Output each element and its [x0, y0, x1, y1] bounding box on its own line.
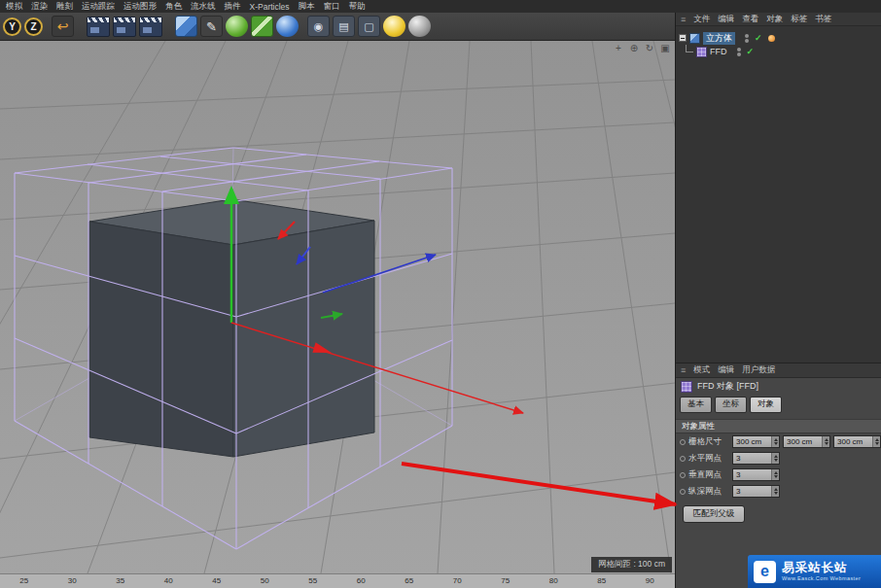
tab-object[interactable]: 对象 — [750, 397, 782, 413]
am-menu-item[interactable]: 编辑 — [718, 364, 734, 376]
param-row-horizontal-points: 水平网点 3 — [676, 450, 881, 467]
om-menu-item[interactable]: 查看 — [742, 14, 758, 25]
main-menu-bar: 模拟 渲染 雕刻 运动跟踪 运动图形 角色 流水线 插件 X-Particles… — [0, 0, 881, 13]
attribute-object-title-text: FFD 对象 [FFD] — [697, 380, 758, 393]
grid-size-z-field[interactable]: 300 cm — [833, 435, 881, 448]
phong-tag-icon[interactable] — [768, 35, 775, 42]
stepper[interactable] — [771, 486, 779, 497]
enabled-check-icon[interactable]: ✓ — [747, 47, 755, 56]
pan-view-icon[interactable]: + — [613, 43, 624, 54]
menu-item[interactable]: 雕刻 — [56, 1, 73, 13]
object-manager-menu: ≡ 文件 编辑 查看 对象 标签 书签 — [676, 13, 881, 26]
am-menu-item[interactable]: 模式 — [693, 364, 710, 376]
horizontal-points-field[interactable]: 3 — [732, 452, 780, 465]
primitive-cube-icon[interactable] — [175, 16, 197, 37]
menu-item[interactable]: 模拟 — [6, 1, 22, 13]
visibility-dots[interactable] — [745, 34, 749, 43]
menu-item[interactable]: 渲染 — [31, 1, 48, 13]
stepper[interactable] — [822, 436, 829, 447]
tab-basic[interactable]: 基本 — [680, 397, 712, 413]
timeline-tick: 45 — [193, 574, 241, 588]
depth-points-field[interactable]: 3 — [732, 485, 780, 498]
keyframe-dot-icon[interactable] — [680, 456, 686, 462]
grid-spacing-hud: 网格间距 : 100 cm — [591, 557, 672, 572]
tree-branch-line — [686, 45, 693, 52]
keyframe-dot-icon[interactable] — [680, 439, 686, 445]
menu-item[interactable]: 窗口 — [324, 1, 340, 13]
menu-item[interactable]: 流水线 — [191, 1, 216, 13]
vertical-points-field[interactable]: 3 — [732, 468, 780, 481]
undo-icon[interactable]: ↩ — [52, 16, 74, 37]
stage-icon[interactable]: ▢ — [358, 16, 380, 37]
timeline-tick: 40 — [145, 574, 194, 588]
param-label: 纵深网点 — [688, 486, 729, 498]
spline-pen-icon[interactable]: ✎ — [200, 16, 223, 37]
section-object-properties[interactable]: 对象属性 — [676, 419, 881, 433]
grid-size-y-field[interactable]: 300 cm — [783, 435, 830, 448]
match-to-parent-button[interactable]: 匹配到父级 — [683, 505, 745, 523]
simulation-icon[interactable] — [276, 16, 299, 37]
z-axis-lock-button[interactable]: Z — [24, 17, 43, 36]
render-to-picture-icon[interactable] — [113, 17, 136, 37]
tree-row-ffd[interactable]: FFD ✓ — [676, 45, 881, 58]
hamburger-icon[interactable]: ≡ — [681, 365, 686, 375]
main-toolbar: Y Z ↩ ✎ ◉ ▤ ▢ — [0, 13, 675, 41]
object-tree[interactable]: 立方体 ✓ FFD ✓ — [676, 26, 881, 363]
keyframe-dot-icon[interactable] — [680, 472, 686, 478]
visibility-dots[interactable] — [737, 48, 741, 56]
watermark: e 易采站长站 Www.Easck.Com Webmaster — [748, 555, 881, 588]
om-menu-item[interactable]: 书签 — [815, 14, 831, 25]
material-icon[interactable] — [408, 16, 431, 37]
am-menu-item[interactable]: 用户数据 — [742, 364, 775, 376]
param-row-depth-points: 纵深网点 3 — [676, 483, 881, 500]
menu-item[interactable]: 帮助 — [349, 1, 366, 13]
hamburger-icon[interactable]: ≡ — [681, 15, 686, 24]
om-menu-item[interactable]: 编辑 — [718, 14, 734, 25]
attribute-manager-menu: ≡ 模式 编辑 用户数据 — [676, 363, 881, 378]
timeline-tick: 75 — [481, 574, 530, 588]
grid-size-x-field[interactable]: 300 cm — [732, 435, 780, 448]
stepper[interactable] — [771, 453, 779, 464]
film-icon[interactable]: ▤ — [333, 16, 355, 37]
menu-item[interactable]: 运动图形 — [123, 1, 157, 13]
timeline-ruler[interactable]: 25 30 35 40 45 50 55 60 65 70 75 80 85 9… — [0, 573, 675, 588]
expand-toggle-icon[interactable] — [679, 34, 687, 42]
menu-item[interactable]: 角色 — [165, 1, 182, 13]
rotate-view-icon[interactable]: ↻ — [644, 43, 655, 54]
timeline-tick: 80 — [530, 574, 579, 588]
right-panel: ≡ 文件 编辑 查看 对象 标签 书签 立方体 ✓ FFD ✓ ≡ 模式 编辑 — [675, 13, 881, 588]
keyframe-dot-icon[interactable] — [680, 489, 686, 495]
menu-item[interactable]: 插件 — [225, 1, 241, 13]
param-label: 栅格尺寸 — [688, 436, 729, 448]
deformer-icon[interactable] — [251, 16, 273, 37]
om-menu-item[interactable]: 文件 — [693, 14, 710, 25]
viewport-3d[interactable]: + ⊕ ↻ ▣ 网格间距 : 100 cm — [0, 41, 675, 573]
enabled-check-icon[interactable]: ✓ — [755, 33, 762, 43]
zoom-view-icon[interactable]: ⊕ — [628, 43, 640, 54]
tree-row-cube[interactable]: 立方体 ✓ — [676, 31, 881, 45]
timeline-tick: 85 — [578, 574, 626, 588]
object-label-ffd[interactable]: FFD — [710, 47, 727, 56]
timeline-tick: 90 — [626, 574, 675, 588]
generator-icon[interactable] — [226, 16, 248, 37]
menu-item[interactable]: 脚本 — [299, 1, 315, 13]
om-menu-item[interactable]: 对象 — [766, 14, 783, 25]
light-icon[interactable] — [383, 16, 405, 37]
render-settings-icon[interactable] — [139, 17, 162, 37]
render-view-icon[interactable] — [87, 17, 110, 37]
param-label: 水平网点 — [688, 453, 729, 465]
y-axis-lock-button[interactable]: Y — [3, 17, 21, 36]
camera-icon[interactable]: ◉ — [307, 16, 330, 37]
om-menu-item[interactable]: 标签 — [791, 14, 807, 25]
stepper[interactable] — [771, 436, 779, 447]
stepper[interactable] — [771, 469, 779, 480]
viewport-scene — [0, 41, 675, 573]
stepper[interactable] — [872, 436, 880, 447]
tab-coordinates[interactable]: 坐标 — [715, 397, 747, 413]
menu-item[interactable]: X-Particles — [250, 2, 290, 12]
maximize-view-icon[interactable]: ▣ — [659, 43, 671, 54]
object-label-cube[interactable]: 立方体 — [703, 32, 735, 45]
attribute-object-title: FFD 对象 [FFD] — [676, 378, 881, 395]
menu-item[interactable]: 运动跟踪 — [82, 1, 115, 13]
attribute-tabs: 基本 坐标 对象 — [676, 395, 881, 415]
